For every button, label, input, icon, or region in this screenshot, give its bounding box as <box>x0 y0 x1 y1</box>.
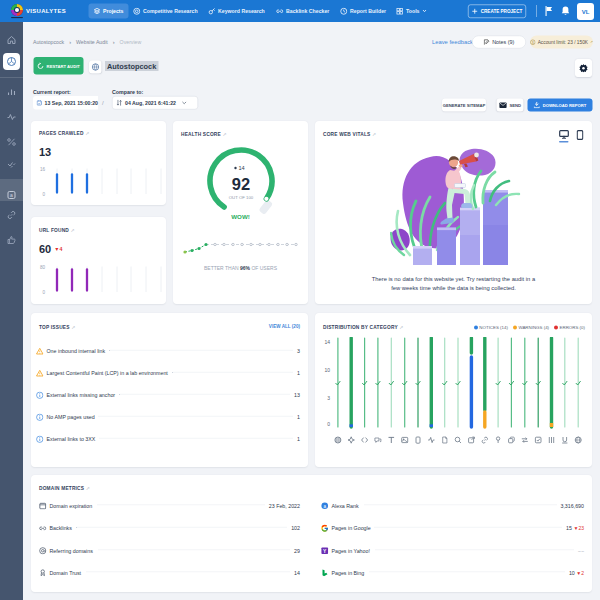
svg-text:10: 10 <box>324 367 330 373</box>
svg-text:a: a <box>10 192 13 198</box>
svg-text:0: 0 <box>42 192 45 197</box>
svg-text:OUT OF 100: OUT OF 100 <box>229 195 254 200</box>
svg-text:14: 14 <box>239 165 245 171</box>
svg-text:80: 80 <box>40 265 46 270</box>
svg-text:16: 16 <box>40 167 46 172</box>
svg-text:$: $ <box>532 40 534 44</box>
svg-text:0: 0 <box>42 290 45 295</box>
svg-text:14: 14 <box>324 339 330 345</box>
svg-text:0: 0 <box>327 421 330 427</box>
svg-text:3: 3 <box>327 395 330 401</box>
svg-text:92: 92 <box>232 175 250 193</box>
